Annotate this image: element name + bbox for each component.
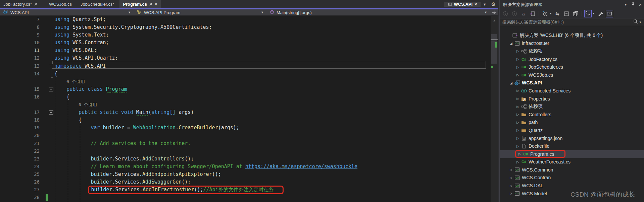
project-dropdown[interactable]: WCS.API ▼ bbox=[0, 9, 134, 15]
tree-item-quartz[interactable]: ▷Quartz bbox=[500, 126, 644, 134]
pending-changes-filter-icon[interactable] bbox=[541, 10, 549, 17]
scrollbar-thumb[interactable] bbox=[491, 34, 497, 64]
collapsed-arrow-icon[interactable]: ▷ bbox=[517, 152, 522, 156]
codelens-row[interactable]: 0 个引用 bbox=[0, 101, 491, 109]
search-icon[interactable] bbox=[633, 19, 638, 25]
tab-jobfactory[interactable]: JobFactory.cs* bbox=[0, 0, 41, 8]
expanded-arrow-icon[interactable]: ◢ bbox=[508, 81, 514, 85]
tab-program-active[interactable]: Program.cs × bbox=[119, 0, 160, 8]
collapsed-arrow-icon[interactable]: ▷ bbox=[515, 57, 521, 61]
type-dropdown[interactable]: WCS.API.Program ▼ bbox=[134, 9, 266, 15]
switch-views-icon[interactable] bbox=[529, 10, 536, 17]
collapsed-arrow-icon[interactable]: ▷ bbox=[508, 184, 514, 188]
code-line[interactable]: 27 builder.Services.AddInFractrostuer();… bbox=[0, 186, 491, 194]
code-line[interactable]: 22 bbox=[0, 147, 491, 155]
split-editor-button[interactable] bbox=[490, 9, 498, 15]
close-icon[interactable]: × bbox=[639, 2, 642, 7]
editor-scrollbar[interactable]: ▲ bbox=[491, 16, 498, 202]
codelens-references[interactable]: 0 个引用 bbox=[79, 101, 97, 109]
scroll-up-arrow[interactable]: ▲ bbox=[491, 18, 498, 22]
code-line[interactable]: 12using WCS.API.Quartz; bbox=[0, 54, 491, 62]
collapsed-arrow-icon[interactable]: ▷ bbox=[508, 176, 514, 180]
close-icon[interactable]: × bbox=[475, 2, 477, 7]
collapsed-arrow-icon[interactable]: ▷ bbox=[515, 160, 521, 164]
codelens-row[interactable]: 0 个引用 bbox=[0, 78, 491, 85]
code-line[interactable]: 18 { bbox=[0, 116, 491, 124]
tree-item--wcs.lhb-6-6-[interactable]: 解决方案 'WCS.LHB' (6 个项目, 共 6 个) bbox=[500, 31, 644, 40]
tree-item-wcs.common[interactable]: ▷C#WCS.Common bbox=[500, 166, 644, 174]
code-line[interactable]: 9using System.Text; bbox=[0, 31, 491, 39]
close-icon[interactable]: × bbox=[155, 2, 157, 7]
code-line[interactable]: 13namespace WCS.API bbox=[0, 62, 491, 70]
properties-wrench-icon[interactable] bbox=[597, 10, 604, 17]
pin-icon[interactable] bbox=[34, 2, 38, 6]
collapsed-arrow-icon[interactable]: ▷ bbox=[515, 97, 521, 100]
solution-search-box[interactable]: 搜索解决方案资源管理器(Ctrl+;) ▼ bbox=[500, 18, 644, 26]
collapsed-arrow-icon[interactable]: ▷ bbox=[515, 136, 521, 140]
member-dropdown[interactable]: Main(string[] args) ▼ bbox=[266, 9, 490, 15]
chevron-down-icon[interactable]: ▼ bbox=[639, 21, 642, 24]
preview-selected-items-toggle[interactable] bbox=[606, 10, 613, 17]
code-line[interactable]: 20 bbox=[0, 132, 491, 139]
sync-with-active-document-icon[interactable]: ⇆ bbox=[554, 10, 561, 17]
code-line[interactable]: 8using System.Security.Cryptography.X509… bbox=[0, 23, 491, 31]
show-all-files-icon[interactable] bbox=[572, 10, 579, 17]
collapsed-arrow-icon[interactable]: ▷ bbox=[515, 128, 521, 132]
collapsed-arrow-icon[interactable]: ▷ bbox=[515, 49, 521, 53]
tab-wcsjob[interactable]: WCSJob.cs bbox=[46, 0, 75, 8]
code-line[interactable]: 19 var builder = WebApplication.CreateBu… bbox=[0, 124, 491, 132]
code-line[interactable]: 24 // Learn more about configuring Swagg… bbox=[0, 163, 491, 171]
tree-item-jobscheduler.cs[interactable]: ▷C#JobScheduler.cs bbox=[500, 63, 644, 71]
back-icon[interactable] bbox=[502, 10, 509, 17]
tree-item--[interactable]: ▷依赖项 bbox=[500, 103, 644, 111]
tree-item-connected-services[interactable]: ▷Connected Services bbox=[500, 87, 644, 95]
tree-item-controllers[interactable]: ▷Controllers bbox=[500, 111, 644, 119]
tree-item-wcs.contran[interactable]: ▷C#WCS.Contran bbox=[500, 174, 644, 182]
tree-item-program.cs[interactable]: ▷C#Program.cs bbox=[500, 150, 644, 158]
code-line[interactable]: 7using Quartz.Spi; bbox=[0, 16, 491, 23]
collapsed-arrow-icon[interactable]: ▷ bbox=[515, 113, 521, 116]
code-line[interactable]: 10using WCS.Contran; bbox=[0, 39, 491, 47]
tree-item-wcsjob.cs[interactable]: ▷C#WCSJob.cs bbox=[500, 71, 644, 79]
code-line[interactable]: 28 bbox=[0, 194, 491, 201]
code-line[interactable]: 15 public class Program bbox=[0, 85, 491, 93]
pin-icon[interactable] bbox=[631, 2, 635, 7]
code-line[interactable]: 25 builder.Services.AddEndpointsApiExplo… bbox=[0, 171, 491, 178]
collapsed-arrow-icon[interactable]: ▷ bbox=[508, 192, 514, 195]
tree-item-path[interactable]: ▷path bbox=[500, 119, 644, 127]
collapse-all-icon[interactable] bbox=[563, 10, 570, 17]
code-editor[interactable]: 7using Quartz.Spi;8using System.Security… bbox=[0, 16, 491, 202]
tree-item--[interactable]: ▷依赖项 bbox=[500, 47, 644, 55]
code-line[interactable]: 26 builder.Services.AddSwaggerGen(); bbox=[0, 178, 491, 186]
gear-icon[interactable]: ⚙ bbox=[489, 1, 498, 7]
tree-item-appsettings.json[interactable]: ▷{}appsettings.json bbox=[500, 134, 644, 142]
tab-jobscheduler[interactable]: JobScheduler.cs* bbox=[77, 0, 117, 8]
collapsed-arrow-icon[interactable]: ▷ bbox=[515, 144, 521, 148]
tab-list-dropdown-icon[interactable]: ▼ bbox=[481, 2, 489, 6]
pin-icon[interactable] bbox=[149, 2, 153, 6]
home-icon[interactable]: ⌂ bbox=[520, 10, 527, 17]
code-line[interactable]: 23 builder.Services.AddControllers(); bbox=[0, 155, 491, 163]
solution-explorer-titlebar[interactable]: 解决方案资源管理器 ▼ × bbox=[500, 0, 644, 9]
code-line[interactable]: 17 public static void Main(string[] args… bbox=[0, 109, 491, 116]
track-active-item-toggle[interactable] bbox=[584, 10, 592, 17]
chevron-down-icon[interactable]: ▼ bbox=[592, 12, 595, 15]
collapsed-arrow-icon[interactable]: ▷ bbox=[515, 65, 521, 69]
fold-collapse-icon[interactable] bbox=[49, 110, 53, 115]
tree-item-weatherforecast.cs[interactable]: ▷C#WeatherForecast.cs bbox=[500, 158, 644, 166]
tree-item-infractrostuer[interactable]: ◢C#infractrostuer bbox=[500, 40, 644, 48]
chevron-down-icon[interactable]: ▼ bbox=[624, 3, 627, 6]
collapsed-arrow-icon[interactable]: ▷ bbox=[515, 121, 521, 124]
expanded-arrow-icon[interactable]: ◢ bbox=[508, 42, 514, 45]
tree-item-properties[interactable]: ▷Properties bbox=[500, 95, 644, 103]
code-line[interactable]: 11using WCS.DAL; bbox=[0, 47, 491, 54]
collapsed-arrow-icon[interactable]: ▷ bbox=[515, 89, 521, 92]
fold-collapse-icon[interactable] bbox=[49, 64, 53, 68]
tab-wcsapi-right[interactable]: WCS.API × bbox=[444, 2, 480, 7]
code-line[interactable]: 21 // Add services to the container. bbox=[0, 140, 491, 147]
code-line[interactable]: 16 { bbox=[0, 93, 491, 101]
tree-item-wcs.api[interactable]: ◢WCS.API bbox=[500, 79, 644, 87]
collapsed-arrow-icon[interactable]: ▷ bbox=[515, 105, 521, 109]
tree-item-dockerfile[interactable]: ▷Dockerfile bbox=[500, 142, 644, 150]
forward-icon[interactable] bbox=[511, 10, 518, 17]
